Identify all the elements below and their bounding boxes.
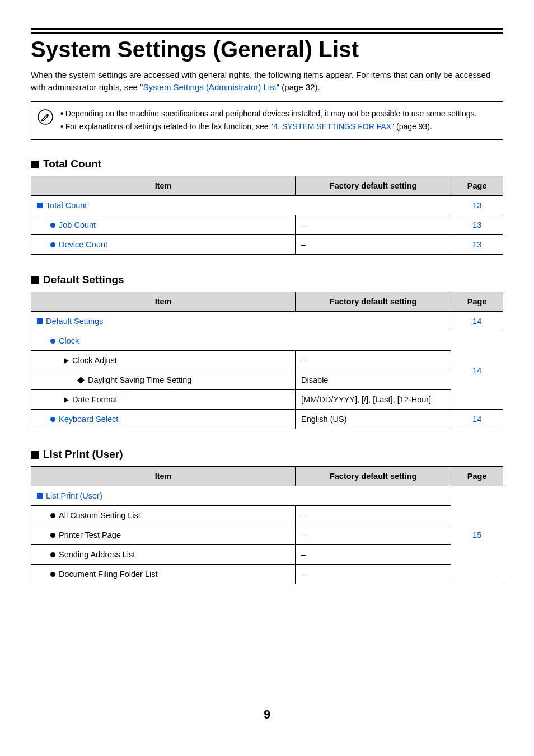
pencil-note-icon bbox=[37, 107, 54, 128]
intro-link[interactable]: System Settings (Administrator) List bbox=[143, 82, 276, 92]
default-cell: – bbox=[296, 215, 451, 235]
circle-marker-icon bbox=[50, 242, 55, 247]
col-header-default: Factory default setting bbox=[296, 467, 451, 486]
item-label[interactable]: Device Count bbox=[59, 240, 107, 249]
item-cell: Total Count bbox=[31, 196, 451, 215]
item-cell: Date Format bbox=[31, 390, 296, 410]
table-row: Date Format[MM/DD/YYYY], [/], [Last], [1… bbox=[31, 390, 503, 410]
col-header-page: Page bbox=[451, 176, 503, 196]
section-heading-text: Total Count bbox=[43, 158, 101, 170]
page-cell[interactable]: 14 bbox=[451, 331, 503, 410]
page-cell[interactable]: 13 bbox=[451, 235, 503, 255]
page-cell[interactable]: 13 bbox=[451, 215, 503, 235]
square-marker-icon bbox=[37, 203, 43, 208]
col-header-page: Page bbox=[451, 292, 503, 312]
item-label: Clock Adjust bbox=[72, 356, 117, 365]
col-header-default: Factory default setting bbox=[296, 176, 451, 196]
item-label[interactable]: Default Settings bbox=[46, 317, 103, 326]
item-label[interactable]: Total Count bbox=[46, 201, 87, 210]
col-header-item: Item bbox=[31, 292, 296, 312]
default-cell: – bbox=[296, 565, 451, 584]
page-cell[interactable]: 13 bbox=[451, 196, 503, 215]
square-marker-icon bbox=[37, 318, 43, 324]
triangle-marker-icon bbox=[64, 358, 69, 364]
section-heading-text: Default Settings bbox=[43, 274, 124, 286]
item-label: All Custom Setting List bbox=[59, 511, 140, 520]
svg-line-2 bbox=[47, 115, 48, 116]
table-row: List Print (User)15 bbox=[31, 486, 503, 506]
item-label[interactable]: List Print (User) bbox=[46, 491, 102, 500]
item-cell: All Custom Setting List bbox=[31, 506, 296, 525]
col-header-item: Item bbox=[31, 467, 296, 486]
table-row: All Custom Setting List– bbox=[31, 506, 503, 525]
item-cell: Clock bbox=[31, 331, 451, 351]
default-cell: – bbox=[296, 351, 451, 370]
table-row: Daylight Saving Time SettingDisable bbox=[31, 370, 503, 390]
circle-marker-icon bbox=[50, 417, 55, 422]
page-cell[interactable]: 14 bbox=[451, 312, 503, 331]
table-row: Document Filing Folder List– bbox=[31, 565, 503, 584]
item-cell: Keyboard Select bbox=[31, 410, 296, 429]
note-line-2: • For explanations of settings related t… bbox=[60, 120, 476, 134]
item-cell: Sending Address List bbox=[31, 545, 296, 565]
col-header-default: Factory default setting bbox=[296, 292, 451, 312]
note-fax-link[interactable]: 4. SYSTEM SETTINGS FOR FAX bbox=[273, 122, 391, 131]
section-square-icon bbox=[31, 276, 39, 284]
col-header-page: Page bbox=[451, 467, 503, 486]
item-cell: List Print (User) bbox=[31, 486, 451, 506]
section-square-icon bbox=[31, 451, 39, 459]
item-label: Daylight Saving Time Setting bbox=[88, 375, 191, 384]
table-row: Job Count–13 bbox=[31, 215, 503, 235]
header-rule bbox=[31, 28, 503, 34]
page-cell[interactable]: 14 bbox=[451, 410, 503, 429]
item-cell: Device Count bbox=[31, 235, 296, 255]
square-marker-icon bbox=[37, 493, 43, 499]
table-row: Device Count–13 bbox=[31, 235, 503, 255]
item-label[interactable]: Clock bbox=[59, 336, 79, 345]
page-number: 9 bbox=[31, 707, 503, 722]
item-label: Sending Address List bbox=[59, 550, 135, 559]
note-line-1: • Depending on the machine specification… bbox=[60, 107, 476, 121]
item-cell: Daylight Saving Time Setting bbox=[31, 370, 296, 390]
intro-paragraph: When the system settings are accessed wi… bbox=[31, 69, 503, 93]
section-square-icon bbox=[31, 161, 39, 168]
default-cell: – bbox=[296, 525, 451, 545]
diamond-marker-icon bbox=[77, 377, 85, 384]
table-row: Keyboard SelectEnglish (US)14 bbox=[31, 410, 503, 429]
item-label[interactable]: Job Count bbox=[59, 220, 96, 229]
section-heading: Default Settings bbox=[31, 274, 503, 286]
default-cell: – bbox=[296, 506, 451, 525]
intro-text-after: " (page 32). bbox=[277, 82, 320, 92]
item-label[interactable]: Keyboard Select bbox=[59, 415, 118, 424]
settings-table: ItemFactory default settingPageList Prin… bbox=[31, 466, 503, 584]
circle-marker-icon bbox=[50, 533, 55, 538]
default-cell: English (US) bbox=[296, 410, 451, 429]
section-heading: List Print (User) bbox=[31, 448, 503, 461]
item-label: Printer Test Page bbox=[59, 530, 121, 539]
circle-marker-icon bbox=[50, 339, 55, 344]
page-title: System Settings (General) List bbox=[31, 37, 503, 62]
settings-table: ItemFactory default settingPageTotal Cou… bbox=[31, 176, 503, 255]
table-row: Clock Adjust– bbox=[31, 351, 503, 370]
circle-marker-icon bbox=[50, 223, 55, 228]
circle-marker-icon bbox=[50, 552, 55, 557]
item-cell: Default Settings bbox=[31, 312, 451, 331]
circle-marker-icon bbox=[50, 513, 55, 518]
default-cell: Disable bbox=[296, 370, 451, 390]
default-cell: [MM/DD/YYYY], [/], [Last], [12-Hour] bbox=[296, 390, 451, 410]
section-heading: Total Count bbox=[31, 158, 503, 170]
table-row: Printer Test Page– bbox=[31, 525, 503, 545]
triangle-marker-icon bbox=[64, 397, 69, 403]
item-cell: Clock Adjust bbox=[31, 351, 296, 370]
section-heading-text: List Print (User) bbox=[43, 448, 123, 461]
item-label: Document Filing Folder List bbox=[59, 570, 158, 579]
default-cell: – bbox=[296, 545, 451, 565]
table-row: Sending Address List– bbox=[31, 545, 503, 565]
table-row: Default Settings14 bbox=[31, 312, 503, 331]
item-cell: Job Count bbox=[31, 215, 296, 235]
settings-table: ItemFactory default settingPageDefault S… bbox=[31, 292, 503, 429]
item-label: Date Format bbox=[72, 395, 118, 404]
circle-marker-icon bbox=[50, 572, 55, 577]
item-cell: Document Filing Folder List bbox=[31, 565, 296, 584]
page-cell[interactable]: 15 bbox=[451, 486, 503, 584]
